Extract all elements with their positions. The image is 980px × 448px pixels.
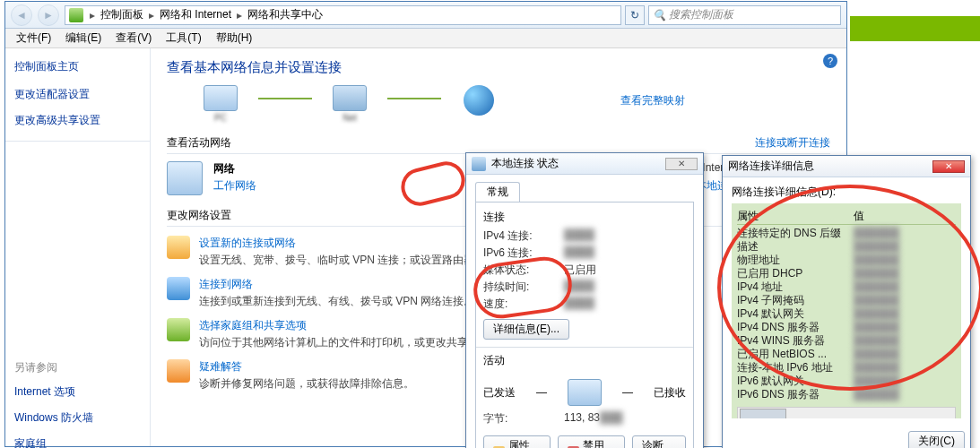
homegroup-icon <box>167 318 190 341</box>
details-row[interactable]: 物理地址██████ <box>737 254 956 267</box>
help-icon[interactable]: ? <box>823 54 837 68</box>
details-row[interactable]: 连接特定的 DNS 后缀██████ <box>737 227 956 240</box>
sidebar-sharing-settings[interactable]: 更改高级共享设置 <box>14 113 141 128</box>
details-property: IPv4 默认网关 <box>737 307 854 321</box>
details-property: IPv4 WINS 服务器 <box>737 334 854 348</box>
sidebar-see-also: 另请参阅 <box>14 360 141 375</box>
details-row[interactable]: 描述██████ <box>737 240 956 254</box>
details-row[interactable]: 已启用 DHCP██████ <box>737 267 956 280</box>
details-row[interactable]: IPv4 WINS 服务器██████ <box>737 334 956 348</box>
details-row[interactable]: IPv4 默认网关██████ <box>737 307 956 321</box>
details-value: ██████ <box>854 294 956 307</box>
forward-button[interactable]: ► <box>38 4 59 26</box>
menu-bar: 文件(F) 编辑(E) 查看(V) 工具(T) 帮助(H) <box>5 29 846 48</box>
details-value: ██████ <box>854 280 956 294</box>
crumb-network-internet[interactable]: 网络和 Internet <box>157 7 234 22</box>
network-large-icon <box>167 161 203 195</box>
adapter-icon <box>472 157 486 171</box>
details-listview[interactable]: 属性值 连接特定的 DNS 后缀██████描述██████物理地址██████… <box>732 203 961 418</box>
details-value: ██████ <box>854 240 956 254</box>
menu-view[interactable]: 查看(V) <box>108 28 159 48</box>
details-row[interactable]: IPv4 DNS 服务器██████ <box>737 321 956 334</box>
control-panel-icon <box>69 8 83 22</box>
speed-label: 速度: <box>483 297 564 312</box>
details-property: IPv4 地址 <box>737 280 854 294</box>
menu-file[interactable]: 文件(F) <box>9 28 58 48</box>
sidebar-homegroup[interactable]: 家庭组 <box>14 436 141 448</box>
section-connection: 连接 <box>483 210 686 225</box>
received-label: 已接收 <box>654 385 686 401</box>
sidebar-adapter-settings[interactable]: 更改适配器设置 <box>14 87 141 102</box>
network-icon <box>333 85 367 111</box>
back-button[interactable]: ◄ <box>11 4 32 26</box>
connect-network-desc: 连接到或重新连接到无线、有线、拨号或 VPN 网络连接。 <box>199 294 474 309</box>
page-title: 查看基本网络信息并设置连接 <box>167 59 830 76</box>
details-value: ██████ <box>854 227 956 240</box>
details-dialog-title: 网络连接详细信息 <box>728 159 814 174</box>
connection-details-dialog: 网络连接详细信息 ✕ 网络连接详细信息(D): 属性值 连接特定的 DNS 后缀… <box>722 155 971 448</box>
ipv4-label: IPv4 连接: <box>483 228 564 244</box>
search-input[interactable]: 🔍 搜索控制面板 <box>648 5 841 25</box>
col-value: 值 <box>854 209 864 224</box>
media-value: 已启用 <box>564 263 686 278</box>
details-value: ██████ <box>854 388 956 401</box>
details-heading: 网络连接详细信息(D): <box>732 185 961 200</box>
close-icon[interactable]: ✕ <box>665 158 698 170</box>
details-property: IPv4 DNS 服务器 <box>737 321 854 334</box>
menu-tools[interactable]: 工具(T) <box>159 28 208 48</box>
homegroup-link[interactable]: 选择家庭组和共享选项 <box>199 318 500 333</box>
troubleshoot-link[interactable]: 疑难解答 <box>199 359 414 375</box>
disable-button[interactable]: 禁用(D) <box>558 435 625 448</box>
menu-edit[interactable]: 编辑(E) <box>58 28 108 48</box>
details-property: IPv6 默认网关 <box>737 375 854 388</box>
details-property: IPv4 子网掩码 <box>737 294 854 307</box>
view-full-map-link[interactable]: 查看完整映射 <box>620 93 685 108</box>
horizontal-scrollbar[interactable] <box>737 407 956 418</box>
sent-label: 已发送 <box>483 385 516 401</box>
details-row[interactable]: IPv6 DNS 服务器██████ <box>737 388 956 401</box>
connect-network-link[interactable]: 连接到网络 <box>199 277 474 292</box>
search-icon: 🔍 <box>653 9 665 22</box>
ipv6-label: IPv6 连接: <box>483 246 564 261</box>
crumb-network-center[interactable]: 网络和共享中心 <box>245 7 325 22</box>
sidebar-firewall[interactable]: Windows 防火墙 <box>14 410 141 426</box>
details-value: ██████ <box>854 307 956 321</box>
details-value: ██████ <box>854 361 956 375</box>
properties-button[interactable]: 属性(P) <box>483 435 551 448</box>
details-row[interactable]: IPv4 地址██████ <box>737 280 956 294</box>
refresh-button[interactable]: ↻ <box>625 5 645 25</box>
troubleshoot-icon <box>167 359 190 383</box>
activity-pc-icon <box>568 379 602 406</box>
section-activity: 活动 <box>483 353 686 368</box>
breadcrumb[interactable]: ▸ 控制面板 ▸ 网络和 Internet ▸ 网络和共享中心 <box>65 5 621 25</box>
troubleshoot-desc: 诊断并修复网络问题，或获得故障排除信息。 <box>199 376 414 392</box>
media-label: 媒体状态: <box>483 263 564 278</box>
details-row[interactable]: 连接-本地 IPv6 地址██████ <box>737 361 956 375</box>
sidebar-internet-options[interactable]: Internet 选项 <box>14 384 141 400</box>
close-icon[interactable]: ✕ <box>932 160 965 173</box>
details-property: 描述 <box>737 240 854 254</box>
connect-disconnect-link[interactable]: 连接或断开连接 <box>755 135 830 151</box>
details-row[interactable]: IPv4 子网掩码██████ <box>737 294 956 307</box>
details-value: ██████ <box>854 375 956 388</box>
details-property: 连接特定的 DNS 后缀 <box>737 227 854 240</box>
address-bar: ◄ ► ▸ 控制面板 ▸ 网络和 Internet ▸ 网络和共享中心 ↻ 🔍 … <box>5 2 846 29</box>
details-row[interactable]: IPv6 默认网关██████ <box>737 375 956 388</box>
duration-label: 持续时间: <box>483 280 564 295</box>
network-type-link[interactable]: 工作网络 <box>213 179 256 192</box>
details-button[interactable]: 详细信息(E)... <box>483 319 569 340</box>
details-property: 连接-本地 IPv6 地址 <box>737 361 854 375</box>
crumb-control-panel[interactable]: 控制面板 <box>98 7 146 22</box>
details-close-button[interactable]: 关闭(C) <box>908 431 965 448</box>
network-map: PC Net <box>194 85 830 123</box>
menu-help[interactable]: 帮助(H) <box>209 28 260 48</box>
control-panel-window: ◄ ► ▸ 控制面板 ▸ 网络和 Internet ▸ 网络和共享中心 ↻ 🔍 … <box>4 1 847 447</box>
details-value: ██████ <box>854 267 956 280</box>
new-connection-icon <box>167 236 190 259</box>
bytes-label: 字节: <box>483 411 564 426</box>
page-banner <box>850 16 980 41</box>
diagnose-button[interactable]: 诊断(G) <box>632 435 686 448</box>
bytes-sent-value: 113, 83 <box>564 411 600 424</box>
tab-general[interactable]: 常规 <box>475 182 520 202</box>
details-row[interactable]: 已启用 NetBIOS ...██████ <box>737 348 956 361</box>
